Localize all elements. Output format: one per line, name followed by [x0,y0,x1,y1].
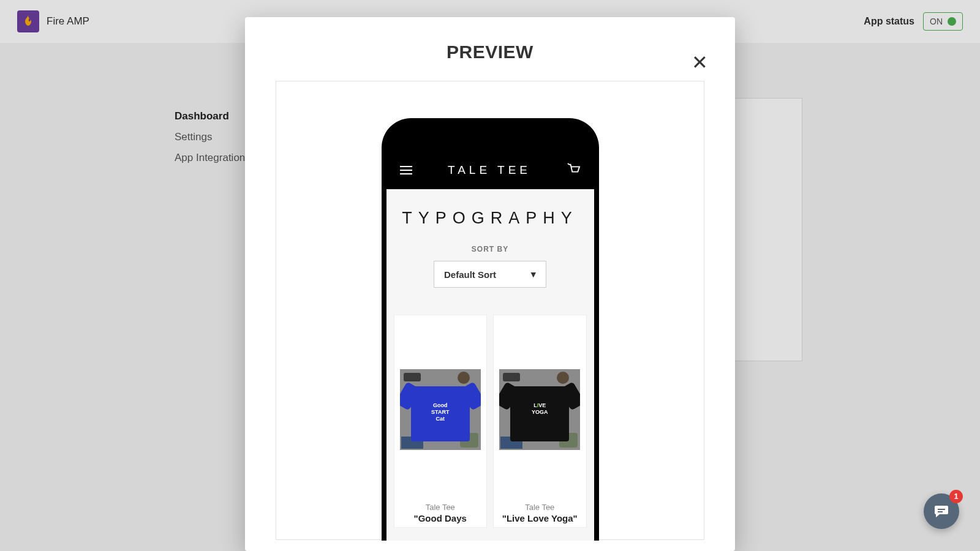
product-card[interactable]: GoodSTARTCat Tale Tee "Good Days [394,315,488,528]
phone-mockup: TALE TEE TYPOGRAPHY SORT BY Default Sort… [382,118,599,541]
preview-frame: TALE TEE TYPOGRAPHY SORT BY Default Sort… [276,81,704,540]
svg-rect-1 [938,511,943,512]
chevron-down-icon: ▾ [531,269,536,280]
sort-value: Default Sort [444,269,496,280]
product-image: LIVEYOGA [499,369,580,450]
cart-icon[interactable] [567,163,581,178]
sort-label: SORT BY [394,245,587,253]
product-name: "Good Days [409,512,472,523]
close-icon[interactable]: ✕ [692,53,708,72]
preview-modal: ✕ PREVIEW TALE TEE TYPOGRAPHY SORT BY De… [245,17,735,551]
sort-select[interactable]: Default Sort ▾ [434,261,546,288]
product-brand: Tale Tee [525,503,554,512]
modal-title: PREVIEW [263,42,717,62]
product-card[interactable]: LIVEYOGA Tale Tee "Live Love Yoga" [493,315,587,528]
chat-widget[interactable]: 1 [924,493,959,529]
chat-badge: 1 [949,490,963,503]
product-brand: Tale Tee [426,503,455,512]
product-name: "Live Love Yoga" [497,512,582,523]
product-image: GoodSTARTCat [400,369,481,450]
category-title: TYPOGRAPHY [394,209,587,228]
shop-header: TALE TEE [386,151,594,189]
phone-screen: TALE TEE TYPOGRAPHY SORT BY Default Sort… [386,151,594,541]
hamburger-icon[interactable] [400,166,412,174]
svg-rect-0 [938,509,945,510]
shop-logo[interactable]: TALE TEE [448,163,531,177]
